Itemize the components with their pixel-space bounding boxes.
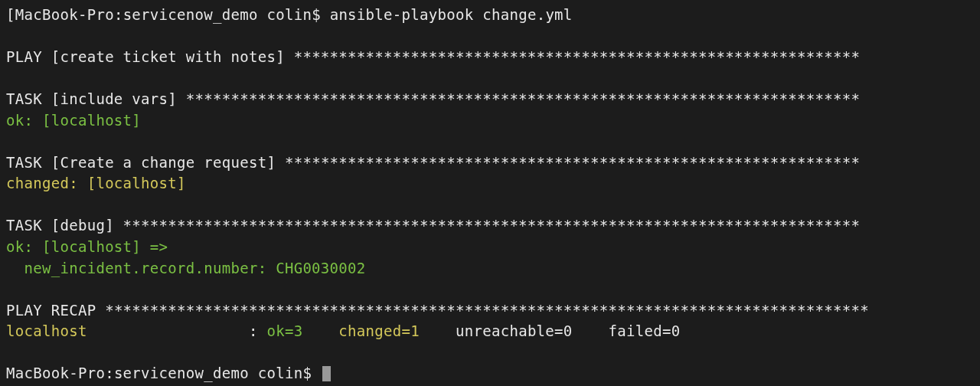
ok-result: ok: [localhost] xyxy=(6,112,141,129)
recap-ok: ok=3 xyxy=(266,322,329,339)
blank-line xyxy=(6,195,974,216)
incident-number: new_incident.record.number: CHG0030002 xyxy=(6,260,366,276)
recap-failed: failed=0 xyxy=(599,322,681,339)
task-result-changed: changed: [localhost] xyxy=(6,173,974,195)
task-create-change: TASK [Create a change request] *********… xyxy=(6,152,974,174)
prompt-user: colin$ xyxy=(266,6,329,23)
prompt-host: MacBook-Pro: xyxy=(6,365,114,381)
prompt-dir: servicenow_demo xyxy=(114,365,258,381)
debug-output-1: ok: [localhost] => xyxy=(6,237,974,258)
prompt-line-1: [MacBook-Pro:servicenow_demo colin$ ansi… xyxy=(6,5,974,26)
prompt-line-2[interactable]: MacBook-Pro:servicenow_demo colin$ xyxy=(6,363,974,384)
blank-line xyxy=(6,279,974,300)
command-text: ansible-playbook change.yml xyxy=(330,6,573,23)
prompt-dir: servicenow_demo xyxy=(123,6,267,23)
play-recap-header: PLAY RECAP *****************************… xyxy=(6,300,974,322)
task-label: TASK [include vars] xyxy=(6,90,186,107)
debug-output-2: new_incident.record.number: CHG0030002 xyxy=(6,258,974,280)
blank-line xyxy=(6,342,974,364)
task-result-ok: ok: [localhost] xyxy=(6,110,974,132)
recap-unreachable: unreachable=0 xyxy=(446,322,599,339)
recap-label: PLAY RECAP xyxy=(6,302,105,319)
task-label: TASK [Create a change request] xyxy=(6,154,285,171)
ok-result: ok: [localhost] => xyxy=(6,238,168,255)
task-stars: ****************************************… xyxy=(186,90,860,107)
blank-line xyxy=(6,131,974,152)
recap-changed: changed=1 xyxy=(330,322,447,339)
recap-stars: ****************************************… xyxy=(105,302,869,319)
play-stars: ****************************************… xyxy=(294,48,861,65)
cursor-block xyxy=(322,366,331,381)
recap-summary: localhost : ok=3 changed=1 unreachable=0… xyxy=(6,321,974,342)
prompt-user: colin$ xyxy=(258,365,321,381)
task-stars: ****************************************… xyxy=(123,217,861,234)
task-include-vars: TASK [include vars] ********************… xyxy=(6,89,974,110)
task-label: TASK [debug] xyxy=(6,217,123,234)
prompt-host: MacBook-Pro: xyxy=(15,6,123,23)
recap-colon: : xyxy=(249,322,266,339)
prompt-bracket: [ xyxy=(6,6,15,23)
task-debug: TASK [debug] ***************************… xyxy=(6,215,974,237)
blank-line xyxy=(6,68,974,90)
play-header: PLAY [create ticket with notes] ********… xyxy=(6,47,974,68)
blank-line xyxy=(6,26,974,47)
task-stars: ****************************************… xyxy=(285,154,860,171)
recap-host: localhost xyxy=(6,322,249,339)
play-label: PLAY [create ticket with notes] xyxy=(6,48,294,65)
changed-result: changed: [localhost] xyxy=(6,175,186,191)
